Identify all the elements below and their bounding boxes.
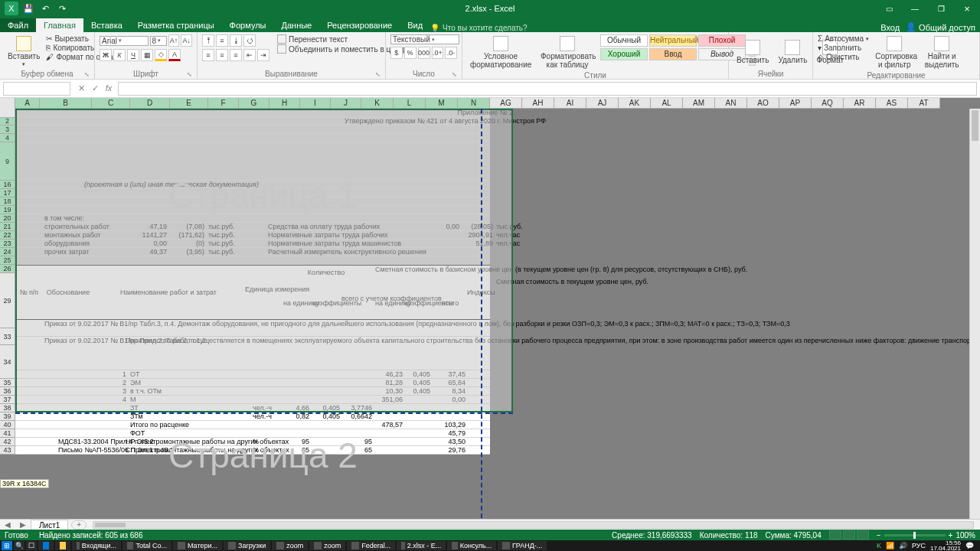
cancel-formula-icon[interactable]: ✕ [75,83,87,93]
fill-color-icon[interactable]: ◇ [155,49,167,61]
cell-styles-gallery[interactable]: Обычный Нейтральный Плохой Хороший Ввод … [600,34,746,70]
formula-input[interactable] [118,82,977,96]
style-good[interactable]: Хороший [600,48,648,60]
tab-data[interactable]: Данные [273,18,319,32]
increase-decimal-icon[interactable]: .0+ [432,47,444,59]
align-bottom-icon[interactable]: ⭳ [230,34,242,47]
font-size-combo[interactable]: 8▾ [150,36,167,46]
clipboard-launcher-icon[interactable]: ⤡ [84,71,90,78]
find-select-button[interactable]: Найти и выделить [920,34,964,70]
increase-indent-icon[interactable]: ⇥ [257,49,270,61]
taskbar-app[interactable]: ГРАНД-... [498,541,547,550]
tab-page-layout[interactable]: Разметка страницы [130,18,222,32]
paste-button[interactable]: Вставить▾ [5,34,43,69]
tab-insert[interactable]: Вставка [83,18,130,32]
name-box[interactable] [3,82,70,96]
tab-home[interactable]: Главная [36,18,83,32]
tab-review[interactable]: Рецензирование [319,18,400,32]
enter-formula-icon[interactable]: ✓ [89,83,101,93]
notifications-icon[interactable]: 💬 [965,542,974,549]
taskbar-app[interactable]: Загрузки [224,541,270,550]
undo-icon[interactable]: ↶ [38,2,52,15]
font-color-icon[interactable]: A [168,49,181,61]
format-as-table-button[interactable]: Форматировать как таблицу [537,34,597,70]
view-buttons[interactable] [829,530,869,540]
style-neutral[interactable]: Нейтральный [649,34,697,47]
taskbar-app[interactable]: 2.xlsx - E... [397,541,446,550]
signin-link[interactable]: Вход [880,23,900,32]
number-launcher-icon[interactable]: ⤡ [452,71,457,78]
horizontal-scrollbar[interactable] [93,521,974,529]
tray-lang[interactable]: РУС [912,542,926,549]
align-center-icon[interactable]: ≡ [216,49,228,61]
maximize-button[interactable]: ❐ [928,0,954,17]
taskview-button[interactable]: ☐ [26,541,37,550]
start-button[interactable]: ⊞ [2,541,12,550]
tray-kaspersky-icon[interactable]: K [877,542,881,549]
sort-filter-button[interactable]: Сортировка и фильтр [872,34,916,70]
style-normal[interactable]: Обычный [600,34,648,47]
italic-icon[interactable]: К [113,49,126,61]
grid-cells[interactable]: Приложение № 2Утверждено приказом № 421 … [15,109,490,455]
tab-view[interactable]: Вид [400,18,430,32]
number-format-combo[interactable]: Текстовый▾ [390,34,459,44]
insert-cells-button[interactable]: Вставить [733,34,772,69]
decrease-indent-icon[interactable]: ⇤ [243,49,256,61]
search-button[interactable]: 🔍 [14,541,24,550]
tab-formulas[interactable]: Формулы [222,18,274,32]
zoom-slider[interactable]: −+100% [877,531,975,540]
save-icon[interactable]: 💾 [21,2,35,15]
delete-cells-button[interactable]: Удалить [775,34,810,69]
tray-volume-icon[interactable]: 🔊 [899,542,907,549]
bold-icon[interactable]: Ж [100,49,112,61]
orientation-icon[interactable]: ⭯ [243,34,256,47]
redo-icon[interactable]: ↷ [55,2,69,15]
increase-font-icon[interactable]: A↑ [168,34,180,47]
tab-nav-next[interactable]: ▶ [15,520,31,529]
conditional-formatting-button[interactable]: Условное форматирование [467,34,534,70]
tab-nav-prev[interactable]: ◀ [0,520,15,529]
underline-icon[interactable]: Ч [127,49,139,61]
font-name-combo[interactable]: Arial▾ [100,36,149,46]
share-button[interactable]: 👤Общий доступ [906,22,975,32]
taskbar-app[interactable]: Federal... [347,541,395,550]
system-tray[interactable]: K 📶 🔊 РУС 15:56 17.04.2021 💬 [872,541,978,550]
alignment-launcher-icon[interactable]: ⤡ [375,71,381,78]
tell-me-box[interactable]: 💡Что вы хотите сделать? [430,24,528,32]
align-left-icon[interactable]: ≡ [202,49,214,61]
align-right-icon[interactable]: ≡ [230,49,242,61]
autosum-button[interactable]: ΣАвтосумма▾ [818,34,869,43]
column-headers[interactable]: ABCDEFGHIJKLMNAGAHAIAJAKALAMANAOAPAQARAS… [15,98,940,109]
taskbar-app[interactable]: zoom [309,541,345,550]
comma-format-icon[interactable]: 000 [418,47,430,59]
ribbon-display-options-button[interactable]: ▭ [876,0,902,17]
clear-button[interactable]: ◇Очистить [818,53,869,61]
accounting-format-icon[interactable]: $ [390,47,403,59]
taskbar-app[interactable]: Матери... [173,541,222,550]
align-middle-icon[interactable]: ≡ [216,34,228,47]
select-all-corner[interactable] [0,98,15,118]
fill-button[interactable]: ▾Заполнить [818,44,869,52]
row-headers[interactable]: 1234916171819202122232425262933343536373… [0,109,15,455]
fx-icon[interactable]: fx [103,83,115,93]
new-sheet-button[interactable]: + [71,520,87,530]
tray-network-icon[interactable]: 📶 [886,542,894,549]
taskbar-app[interactable]: zoom [272,541,308,550]
tb-edge[interactable] [38,541,54,550]
taskbar-app[interactable]: Входящи... [72,541,121,550]
worksheet-area[interactable]: ABCDEFGHIJKLMNAGAHAIAJAKALAMANAOAPAQARAS… [0,98,980,519]
decrease-font-icon[interactable]: A↓ [181,34,192,47]
minimize-button[interactable]: — [902,0,928,17]
vertical-scrollbar[interactable] [969,109,980,519]
sheet-tab-1[interactable]: Лист1 [31,520,68,530]
tb-explorer[interactable] [55,541,70,550]
close-button[interactable]: × [954,0,980,17]
font-launcher-icon[interactable]: ⤡ [187,71,192,78]
decrease-decimal-icon[interactable]: .0- [445,47,457,59]
percent-format-icon[interactable]: % [404,47,416,59]
border-icon[interactable]: ▦ [141,49,153,61]
style-input[interactable]: Ввод [649,48,697,60]
taskbar-app[interactable]: Total Co... [122,541,172,550]
tab-file[interactable]: Файл [0,18,36,32]
align-top-icon[interactable]: ⭱ [202,34,214,47]
